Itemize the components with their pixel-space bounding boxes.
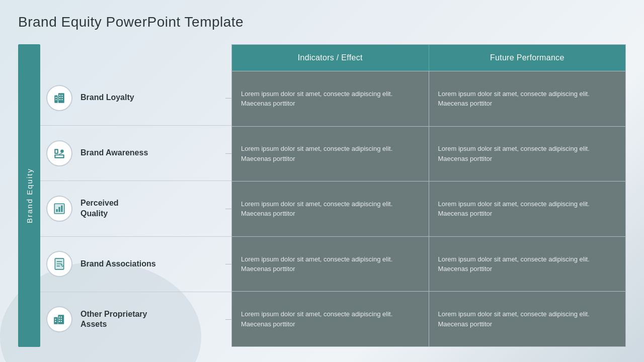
svg-rect-12 bbox=[55, 150, 57, 152]
col-header-future: Future Performance bbox=[429, 45, 626, 71]
svg-rect-27 bbox=[54, 317, 58, 324]
row-label-3: Brand Associations bbox=[80, 259, 156, 269]
svg-rect-34 bbox=[61, 321, 62, 322]
table-cell-future-2: Lorem ipsum dolor sit amet, consecte adi… bbox=[429, 182, 626, 236]
main-container: Brand Equity Brand Loyalty Brand Awarene… bbox=[18, 44, 626, 347]
table-cell-future-1: Lorem ipsum dolor sit amet, consecte adi… bbox=[429, 127, 626, 182]
icon-circle-4 bbox=[46, 306, 72, 332]
svg-rect-10 bbox=[55, 99, 56, 100]
table-cell-future-4: Lorem ipsum dolor sit amet, consecte adi… bbox=[429, 292, 626, 346]
row-label-2: Perceived Quality bbox=[80, 198, 119, 219]
table-area: Indicators / Effect Future Performance L… bbox=[231, 44, 626, 347]
svg-rect-32 bbox=[61, 319, 62, 320]
svg-rect-30 bbox=[61, 317, 62, 318]
labels-area: Brand Loyalty Brand Awareness Perceived … bbox=[40, 44, 231, 347]
svg-rect-14 bbox=[55, 155, 63, 157]
col-header-indicators: Indicators / Effect bbox=[232, 45, 429, 71]
svg-rect-23 bbox=[57, 261, 62, 262]
page-title: Brand Equity PowerPoint Template bbox=[18, 14, 244, 30]
table-cell-indicators-3: Lorem ipsum dolor sit amet, consecte adi… bbox=[232, 237, 429, 292]
svg-rect-5 bbox=[59, 97, 60, 98]
label-row-2: Perceived Quality bbox=[40, 181, 231, 236]
icon-circle-2 bbox=[46, 196, 72, 222]
table-cell-indicators-2: Lorem ipsum dolor sit amet, consecte adi… bbox=[232, 182, 429, 236]
svg-rect-6 bbox=[61, 97, 62, 98]
svg-rect-20 bbox=[61, 206, 62, 212]
table-header: Indicators / Effect Future Performance bbox=[232, 45, 625, 71]
table-cell-indicators-0: Lorem ipsum dolor sit amet, consecte adi… bbox=[232, 71, 429, 126]
row-label-1: Brand Awareness bbox=[80, 148, 148, 158]
icon-circle-0 bbox=[46, 85, 72, 111]
table-cell-future-3: Lorem ipsum dolor sit amet, consecte adi… bbox=[429, 237, 626, 292]
svg-rect-31 bbox=[59, 319, 60, 320]
label-row-3: Brand Associations bbox=[40, 237, 231, 292]
table-cell-future-0: Lorem ipsum dolor sit amet, consecte adi… bbox=[429, 71, 626, 126]
sidebar-bar: Brand Equity bbox=[18, 44, 40, 347]
label-row-1: Brand Awareness bbox=[40, 126, 231, 181]
table-row-2: Lorem ipsum dolor sit amet, consecte adi… bbox=[232, 181, 625, 236]
svg-point-15 bbox=[60, 149, 64, 153]
svg-rect-25 bbox=[57, 265, 60, 266]
label-row-4: Other Proprietary Assets bbox=[40, 292, 231, 347]
svg-rect-33 bbox=[59, 321, 60, 322]
table-cell-indicators-4: Lorem ipsum dolor sit amet, consecte adi… bbox=[232, 292, 429, 346]
svg-rect-9 bbox=[55, 97, 56, 98]
table-row-0: Lorem ipsum dolor sit amet, consecte adi… bbox=[232, 71, 625, 126]
table-row-3: Lorem ipsum dolor sit amet, consecte adi… bbox=[232, 236, 625, 292]
svg-rect-35 bbox=[55, 319, 56, 320]
table-cell-indicators-1: Lorem ipsum dolor sit amet, consecte adi… bbox=[232, 127, 429, 182]
svg-rect-2 bbox=[58, 93, 64, 103]
label-row-0: Brand Loyalty bbox=[40, 70, 231, 126]
icon-circle-3 bbox=[46, 251, 72, 277]
svg-rect-24 bbox=[57, 263, 62, 264]
icon-circle-1 bbox=[46, 140, 72, 166]
svg-rect-29 bbox=[59, 317, 60, 318]
row-label-0: Brand Loyalty bbox=[80, 93, 134, 103]
svg-rect-19 bbox=[58, 207, 60, 212]
table-row-4: Lorem ipsum dolor sit amet, consecte adi… bbox=[232, 291, 625, 346]
svg-rect-7 bbox=[59, 99, 60, 100]
svg-rect-4 bbox=[61, 95, 62, 96]
svg-rect-8 bbox=[61, 99, 62, 100]
row-label-4: Other Proprietary Assets bbox=[80, 309, 147, 330]
table-row-1: Lorem ipsum dolor sit amet, consecte adi… bbox=[232, 126, 625, 182]
svg-rect-36 bbox=[55, 321, 56, 322]
table-body: Lorem ipsum dolor sit amet, consecte adi… bbox=[232, 71, 625, 346]
svg-rect-1 bbox=[54, 95, 58, 103]
svg-rect-18 bbox=[56, 209, 58, 212]
svg-rect-3 bbox=[59, 95, 60, 96]
